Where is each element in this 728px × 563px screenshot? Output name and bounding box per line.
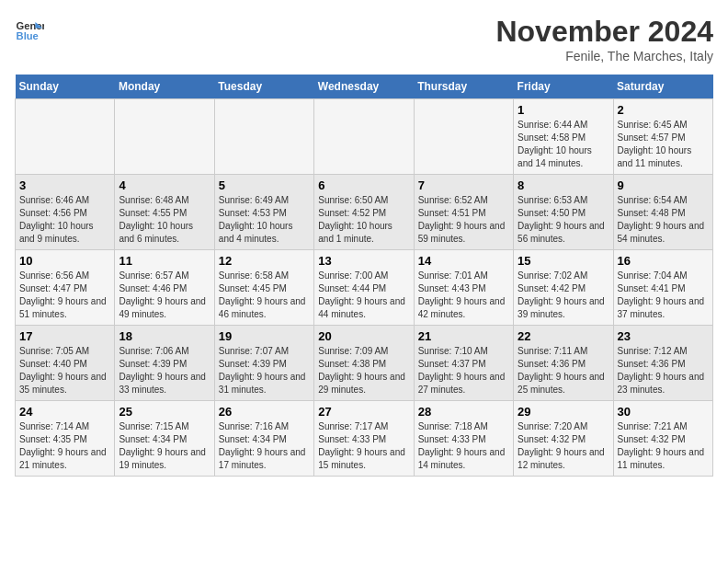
day-number: 21 (418, 329, 509, 343)
day-number: 10 (19, 254, 110, 268)
day-number: 11 (119, 254, 210, 268)
day-info: Sunrise: 7:18 AM Sunset: 4:33 PM Dayligh… (418, 420, 509, 472)
header-tuesday: Tuesday (214, 75, 313, 99)
logo-icon: General Blue (15, 15, 44, 44)
header-saturday: Saturday (613, 75, 712, 99)
day-info: Sunrise: 7:01 AM Sunset: 4:43 PM Dayligh… (418, 270, 509, 321)
day-number: 15 (518, 254, 609, 268)
calendar-cell: 27Sunrise: 7:17 AM Sunset: 4:33 PM Dayli… (314, 401, 414, 477)
day-info: Sunrise: 6:56 AM Sunset: 4:47 PM Dayligh… (19, 270, 110, 321)
day-number: 8 (518, 178, 609, 192)
day-info: Sunrise: 7:00 AM Sunset: 4:44 PM Dayligh… (318, 270, 409, 321)
month-title: November 2024 (495, 15, 713, 49)
day-number: 27 (318, 405, 409, 419)
calendar-cell: 8Sunrise: 6:53 AM Sunset: 4:50 PM Daylig… (514, 175, 613, 250)
calendar-cell: 5Sunrise: 6:49 AM Sunset: 4:53 PM Daylig… (214, 175, 313, 250)
day-number: 5 (219, 178, 310, 192)
calendar-cell: 21Sunrise: 7:10 AM Sunset: 4:37 PM Dayli… (414, 326, 513, 401)
calendar-cell: 29Sunrise: 7:20 AM Sunset: 4:32 PM Dayli… (514, 401, 613, 477)
day-number: 30 (618, 405, 709, 419)
day-info: Sunrise: 7:12 AM Sunset: 4:36 PM Dayligh… (618, 345, 709, 396)
day-info: Sunrise: 6:50 AM Sunset: 4:52 PM Dayligh… (318, 194, 409, 246)
calendar-cell (214, 99, 313, 175)
calendar-cell: 20Sunrise: 7:09 AM Sunset: 4:38 PM Dayli… (314, 326, 414, 401)
day-info: Sunrise: 7:05 AM Sunset: 4:40 PM Dayligh… (19, 345, 110, 396)
day-info: Sunrise: 7:15 AM Sunset: 4:34 PM Dayligh… (119, 420, 210, 472)
day-number: 19 (219, 329, 310, 343)
day-info: Sunrise: 7:07 AM Sunset: 4:39 PM Dayligh… (219, 345, 310, 396)
calendar-cell (414, 99, 513, 175)
day-info: Sunrise: 7:21 AM Sunset: 4:32 PM Dayligh… (618, 420, 709, 472)
calendar-cell: 22Sunrise: 7:11 AM Sunset: 4:36 PM Dayli… (514, 326, 613, 401)
calendar-cell: 25Sunrise: 7:15 AM Sunset: 4:34 PM Dayli… (115, 401, 214, 477)
day-info: Sunrise: 6:49 AM Sunset: 4:53 PM Dayligh… (219, 194, 310, 246)
day-number: 20 (318, 329, 409, 343)
day-info: Sunrise: 6:57 AM Sunset: 4:46 PM Dayligh… (119, 270, 210, 321)
day-info: Sunrise: 7:20 AM Sunset: 4:32 PM Dayligh… (518, 420, 609, 472)
day-info: Sunrise: 7:14 AM Sunset: 4:35 PM Dayligh… (19, 420, 110, 472)
calendar-cell: 15Sunrise: 7:02 AM Sunset: 4:42 PM Dayli… (514, 250, 613, 326)
page-header: General Blue November 2024 Fenile, The M… (15, 15, 713, 63)
calendar-week-5: 24Sunrise: 7:14 AM Sunset: 4:35 PM Dayli… (16, 401, 713, 477)
calendar-cell: 19Sunrise: 7:07 AM Sunset: 4:39 PM Dayli… (214, 326, 313, 401)
calendar-cell: 9Sunrise: 6:54 AM Sunset: 4:48 PM Daylig… (613, 175, 712, 250)
calendar-cell: 24Sunrise: 7:14 AM Sunset: 4:35 PM Dayli… (16, 401, 115, 477)
day-number: 6 (318, 178, 409, 192)
day-info: Sunrise: 7:06 AM Sunset: 4:39 PM Dayligh… (119, 345, 210, 396)
header-friday: Friday (514, 75, 613, 99)
day-number: 2 (618, 103, 709, 117)
calendar-week-2: 3Sunrise: 6:46 AM Sunset: 4:56 PM Daylig… (16, 175, 713, 250)
calendar-cell: 1Sunrise: 6:44 AM Sunset: 4:58 PM Daylig… (514, 99, 613, 175)
calendar-week-4: 17Sunrise: 7:05 AM Sunset: 4:40 PM Dayli… (16, 326, 713, 401)
day-info: Sunrise: 7:04 AM Sunset: 4:41 PM Dayligh… (618, 270, 709, 321)
calendar-header-row: SundayMondayTuesdayWednesdayThursdayFrid… (16, 75, 713, 99)
calendar-cell: 17Sunrise: 7:05 AM Sunset: 4:40 PM Dayli… (16, 326, 115, 401)
day-number: 1 (518, 103, 609, 117)
day-info: Sunrise: 7:16 AM Sunset: 4:34 PM Dayligh… (219, 420, 310, 472)
calendar-cell: 12Sunrise: 6:58 AM Sunset: 4:45 PM Dayli… (214, 250, 313, 326)
calendar-cell: 2Sunrise: 6:45 AM Sunset: 4:57 PM Daylig… (613, 99, 712, 175)
svg-text:General: General (17, 20, 44, 31)
calendar-cell (16, 99, 115, 175)
header-sunday: Sunday (16, 75, 115, 99)
day-info: Sunrise: 6:46 AM Sunset: 4:56 PM Dayligh… (19, 194, 110, 246)
day-number: 12 (219, 254, 310, 268)
title-area: November 2024 Fenile, The Marches, Italy (495, 15, 713, 63)
day-number: 29 (518, 405, 609, 419)
day-info: Sunrise: 6:52 AM Sunset: 4:51 PM Dayligh… (418, 194, 509, 246)
day-number: 25 (119, 405, 210, 419)
calendar-cell: 30Sunrise: 7:21 AM Sunset: 4:32 PM Dayli… (613, 401, 712, 477)
day-number: 3 (19, 178, 110, 192)
day-number: 13 (318, 254, 409, 268)
day-number: 26 (219, 405, 310, 419)
calendar-cell: 13Sunrise: 7:00 AM Sunset: 4:44 PM Dayli… (314, 250, 414, 326)
calendar-cell: 14Sunrise: 7:01 AM Sunset: 4:43 PM Dayli… (414, 250, 513, 326)
day-info: Sunrise: 6:53 AM Sunset: 4:50 PM Dayligh… (518, 194, 609, 246)
calendar-cell: 4Sunrise: 6:48 AM Sunset: 4:55 PM Daylig… (115, 175, 214, 250)
day-number: 17 (19, 329, 110, 343)
day-number: 28 (418, 405, 509, 419)
day-info: Sunrise: 6:44 AM Sunset: 4:58 PM Dayligh… (518, 119, 609, 170)
calendar-cell: 23Sunrise: 7:12 AM Sunset: 4:36 PM Dayli… (613, 326, 712, 401)
calendar-table: SundayMondayTuesdayWednesdayThursdayFrid… (15, 75, 713, 477)
logo: General Blue (15, 15, 44, 44)
calendar-cell: 11Sunrise: 6:57 AM Sunset: 4:46 PM Dayli… (115, 250, 214, 326)
calendar-cell: 7Sunrise: 6:52 AM Sunset: 4:51 PM Daylig… (414, 175, 513, 250)
header-monday: Monday (115, 75, 214, 99)
day-number: 4 (119, 178, 210, 192)
day-info: Sunrise: 6:54 AM Sunset: 4:48 PM Dayligh… (618, 194, 709, 246)
calendar-cell (115, 99, 214, 175)
calendar-cell (314, 99, 414, 175)
day-number: 22 (518, 329, 609, 343)
day-info: Sunrise: 6:45 AM Sunset: 4:57 PM Dayligh… (618, 119, 709, 170)
calendar-week-1: 1Sunrise: 6:44 AM Sunset: 4:58 PM Daylig… (16, 99, 713, 175)
day-number: 24 (19, 405, 110, 419)
svg-text:Blue: Blue (17, 30, 39, 41)
calendar-week-3: 10Sunrise: 6:56 AM Sunset: 4:47 PM Dayli… (16, 250, 713, 326)
day-info: Sunrise: 6:48 AM Sunset: 4:55 PM Dayligh… (119, 194, 210, 246)
day-info: Sunrise: 7:02 AM Sunset: 4:42 PM Dayligh… (518, 270, 609, 321)
day-info: Sunrise: 7:10 AM Sunset: 4:37 PM Dayligh… (418, 345, 509, 396)
calendar-cell: 3Sunrise: 6:46 AM Sunset: 4:56 PM Daylig… (16, 175, 115, 250)
header-thursday: Thursday (414, 75, 513, 99)
calendar-cell: 28Sunrise: 7:18 AM Sunset: 4:33 PM Dayli… (414, 401, 513, 477)
